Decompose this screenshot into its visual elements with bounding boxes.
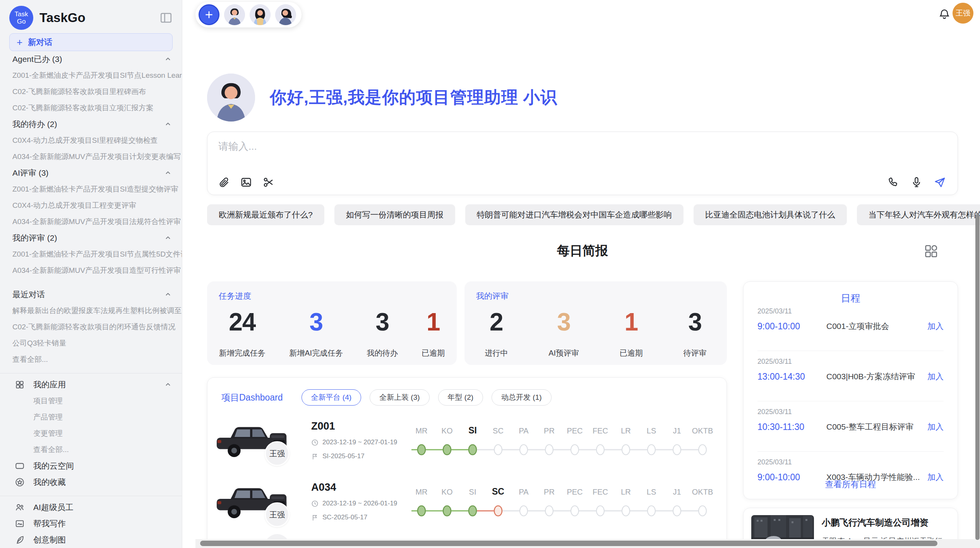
sidebar-item-label: 创意制图 [33, 534, 66, 545]
chevron-up-icon[interactable] [164, 55, 172, 63]
sidebar-item-cloud-space[interactable]: 我的云空间 [0, 458, 182, 474]
section-header[interactable]: 我的待办 (2) [0, 116, 182, 132]
svg-text:KO: KO [442, 426, 453, 435]
sidebar: Task Go TaskGo + 新对话 Agent已办 (3) [0, 0, 182, 548]
section-header[interactable]: 最近对话 [0, 286, 182, 303]
sidebar-collapse-icon[interactable] [159, 11, 173, 24]
svg-text:SC: SC [492, 486, 504, 497]
image-doc-icon [15, 519, 25, 529]
filter-chip-model-year[interactable]: 年型 (2) [438, 389, 483, 406]
suggestion-chip[interactable]: 特朗普可能对进口汽车增税会对中国车企造成哪些影响 [465, 204, 684, 225]
filter-chip-new-body[interactable]: 全新上装 (3) [370, 389, 430, 406]
list-item[interactable]: Z001-全新燃油轻卡产品开发项目SI节点属性5D文件评审 [0, 246, 182, 262]
stat-value: 3 [367, 308, 398, 336]
list-item[interactable]: Z001-全新燃油轻卡产品开发项目SI造型提交物评审 [0, 181, 182, 197]
stat-new-done: 24 新增完成任务 [219, 308, 266, 358]
microphone-icon[interactable] [910, 176, 923, 188]
scissors-icon[interactable] [262, 176, 275, 188]
sidebar-nav: Agent已办 (3) Z001-全新燃油皮卡产品开发项目SI节点Lesson … [0, 51, 182, 548]
sidebar-item-ai-super-staff[interactable]: AI超级员工 [0, 499, 182, 515]
list-item[interactable]: A034-全新新能源MUV产品开发项目计划变更表编写 [0, 149, 182, 165]
stat-new-ai-done: 3 新增AI完成任务 [289, 308, 343, 358]
image-upload-icon[interactable] [240, 176, 252, 188]
horizontal-scrollbar-thumb[interactable] [200, 541, 937, 546]
schedule-date: 2025/03/11 [757, 358, 944, 366]
project-milestone-tag: SC-2025-05-17 [311, 514, 397, 521]
composer-right-icons [887, 176, 946, 188]
suggestion-chip[interactable]: 如何写一份清晰的项目周报 [334, 204, 455, 225]
suggestion-chip[interactable]: 比亚迪全固态电池计划具体说了什么 [694, 204, 847, 225]
chevron-up-icon[interactable] [164, 169, 172, 177]
suggestion-chip[interactable]: 当下年轻人对汽车外观有怎样的喜好趋势 [857, 204, 980, 225]
list-item[interactable]: 解释最新出台的欧盟报废车法规再生塑料比例被调至15%... [0, 303, 182, 319]
avatar[interactable] [250, 4, 271, 25]
project-row[interactable]: 王强 A034 2023-12-19 ~ 2026-01-19 [207, 478, 726, 539]
section-header[interactable]: Agent已办 (3) [0, 51, 182, 67]
list-item[interactable]: C0X4-动力总成开发项目SI里程碑提交物检查 [0, 132, 182, 149]
section-header[interactable]: AI评审 (3) [0, 165, 182, 181]
list-item[interactable]: C02-飞腾新能源轻客改款项目里程碑画布 [0, 84, 182, 100]
list-item[interactable]: C02-飞腾新能源轻客改款项目立项汇报方案 [0, 100, 182, 116]
view-all-chats-link[interactable]: 查看全部... [0, 351, 182, 368]
notification-bell-icon[interactable] [938, 8, 951, 21]
list-item[interactable]: C02-飞腾新能源轻客改款项目的闭环通告反馈情况 [0, 319, 182, 335]
stat-review-overdue: 1 已逾期 [620, 308, 643, 358]
app-link-product-mgmt[interactable]: 产品管理 [0, 409, 182, 425]
schedule-date: 2025/03/11 [757, 408, 944, 416]
schedule-item[interactable]: 2025/03/11 9:00-10:00 C001-立项审批会 加入 [757, 307, 944, 332]
attachment-icon[interactable] [218, 176, 230, 188]
view-all-apps-link[interactable]: 查看全部... [0, 442, 182, 458]
greeting-block: 你好,王强,我是你的项目管理助理 小识 [207, 74, 557, 122]
view-all-schedule-link[interactable]: 查看所有日程 [744, 479, 958, 490]
stat-value: 1 [620, 308, 643, 336]
chevron-up-icon[interactable] [164, 291, 172, 298]
filter-chip-new-platform[interactable]: 全新平台 (4) [302, 389, 362, 406]
flag-icon [311, 514, 319, 521]
section-header[interactable]: 我的评审 (2) [0, 230, 182, 246]
schedule-item[interactable]: 2025/03/11 10:30-11:30 C005-整车工程目标评审 加入 [757, 408, 944, 432]
list-item[interactable]: Z001-全新燃油皮卡产品开发项目SI节点Lesson Learn报告 [0, 67, 182, 84]
stat-value: 2 [485, 308, 508, 336]
avatar[interactable] [224, 4, 245, 25]
new-chat-button[interactable]: + 新对话 [9, 33, 173, 51]
my-review-card: 我的评审 2 进行中 3 AI预评审 1 已逾期 3 待评审 [464, 281, 727, 365]
list-item[interactable]: C0X4-动力总成开发项目工程变更评审 [0, 197, 182, 214]
app-link-project-mgmt[interactable]: 项目管理 [0, 393, 182, 409]
message-input[interactable] [218, 140, 838, 167]
divider [757, 351, 944, 351]
stats-row: 24 新增完成任务 3 新增AI完成任务 3 我的待办 1 已逾期 [207, 308, 457, 358]
chevron-up-icon[interactable] [164, 234, 172, 242]
list-item[interactable]: A034-全新新能源MUV产品开发项目法规符合性评审 [0, 214, 182, 230]
user-avatar[interactable]: 王强 [953, 3, 973, 24]
sidebar-item-favorites[interactable]: 我的收藏 [0, 474, 182, 490]
sidebar-item-help-me-write[interactable]: 帮我写作 [0, 515, 182, 532]
add-conversation-button[interactable] [199, 4, 219, 25]
join-link[interactable]: 加入 [927, 371, 944, 382]
app-link-change-mgmt[interactable]: 变更管理 [0, 425, 182, 442]
chevron-up-icon[interactable] [164, 120, 172, 128]
phone-call-icon[interactable] [887, 176, 899, 188]
sidebar-item-creative-drawing[interactable]: 创意制图 [0, 532, 182, 548]
suggestion-chip[interactable]: 欧洲新规最近颁布了什么? [207, 204, 324, 225]
card-title: 我的评审 [476, 291, 509, 301]
conversation-toolbar [195, 2, 302, 27]
sidebar-item-my-apps[interactable]: 我的应用 [0, 377, 182, 393]
schedule-item[interactable]: 2025/03/11 13:00-14:30 C003|H0B-方案冻结评审 加… [757, 358, 944, 382]
avatar[interactable] [275, 4, 296, 25]
chevron-up-icon[interactable] [164, 381, 172, 389]
stat-value: 3 [289, 308, 343, 336]
briefing-layout-icon[interactable] [924, 244, 939, 259]
horizontal-scrollbar[interactable] [195, 539, 980, 548]
join-link[interactable]: 加入 [927, 321, 944, 332]
news-title: 小鹏飞行汽车制造公司增资 [822, 517, 929, 529]
svg-text:LR: LR [621, 426, 631, 435]
project-owner-badge: 王强 [265, 441, 290, 466]
list-item[interactable]: A034-全新新能源MUV产品开发项目造型可行性评审 [0, 262, 182, 279]
send-icon[interactable] [934, 176, 946, 188]
list-item[interactable]: 公司Q3轻卡销量 [0, 335, 182, 351]
join-link[interactable]: 加入 [927, 421, 944, 432]
project-dates: 2023-12-19 ~ 2027-01-19 [311, 438, 397, 446]
vertical-scrollbar-thumb[interactable] [975, 214, 980, 540]
filter-chip-powertrain[interactable]: 动总开发 (1) [492, 389, 552, 406]
project-row[interactable]: 王强 Z001 2023-12-19 ~ 2027-01-19 [207, 416, 726, 478]
